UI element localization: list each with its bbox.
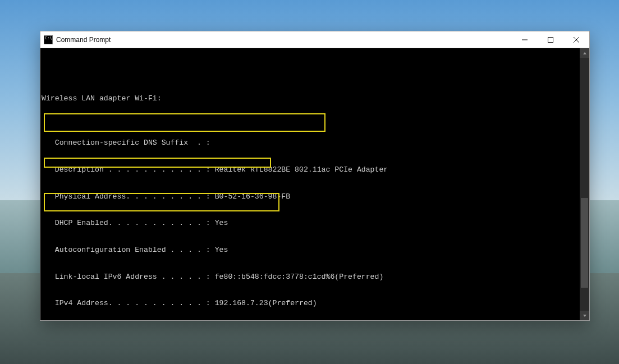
window-title: Command Prompt	[56, 36, 111, 44]
highlight-ipv4-subnet	[44, 113, 325, 132]
scroll-down-button[interactable]	[580, 311, 589, 320]
terminal-output[interactable]: Wireless LAN adapter Wi-Fi: Connection-s…	[40, 48, 580, 320]
titlebar[interactable]: Command Prompt	[40, 31, 589, 48]
chevron-up-icon	[583, 51, 587, 56]
chevron-down-icon	[583, 314, 587, 318]
command-prompt-window: Command Prompt Wireless LAN adapter Wi-F…	[40, 31, 590, 321]
scroll-thumb[interactable]	[581, 198, 588, 288]
minimize-icon	[522, 37, 528, 43]
terminal-line: Description . . . . . . . . . . . : Real…	[42, 165, 577, 174]
terminal-line: Connection-specific DNS Suffix . :	[42, 139, 577, 148]
close-button[interactable]	[563, 31, 589, 48]
svg-marker-4	[583, 52, 586, 54]
scroll-up-button[interactable]	[580, 48, 589, 58]
terminal-line: IPv4 Address. . . . . . . . . . . : 192.…	[42, 299, 577, 308]
terminal-line: Wireless LAN adapter Wi-Fi:	[42, 94, 577, 103]
close-icon	[574, 37, 579, 43]
terminal-line: Autoconfiguration Enabled . . . . : Yes	[42, 246, 577, 255]
titlebar-buttons	[512, 31, 589, 48]
maximize-icon	[548, 37, 553, 43]
vertical-scrollbar[interactable]	[580, 48, 589, 320]
terminal-line: Physical Address. . . . . . . . . : B0-5…	[42, 192, 577, 201]
minimize-button[interactable]	[512, 31, 538, 48]
terminal-line: DHCP Enabled. . . . . . . . . . . : Yes	[42, 219, 577, 228]
scroll-track[interactable]	[580, 58, 589, 311]
maximize-button[interactable]	[538, 31, 563, 48]
client-area: Wireless LAN adapter Wi-Fi: Connection-s…	[40, 48, 589, 320]
terminal-line: Link-local IPv6 Address . . . . . : fe80…	[42, 273, 577, 282]
cmd-icon	[44, 35, 53, 44]
svg-rect-1	[548, 38, 553, 43]
svg-marker-5	[583, 315, 586, 317]
